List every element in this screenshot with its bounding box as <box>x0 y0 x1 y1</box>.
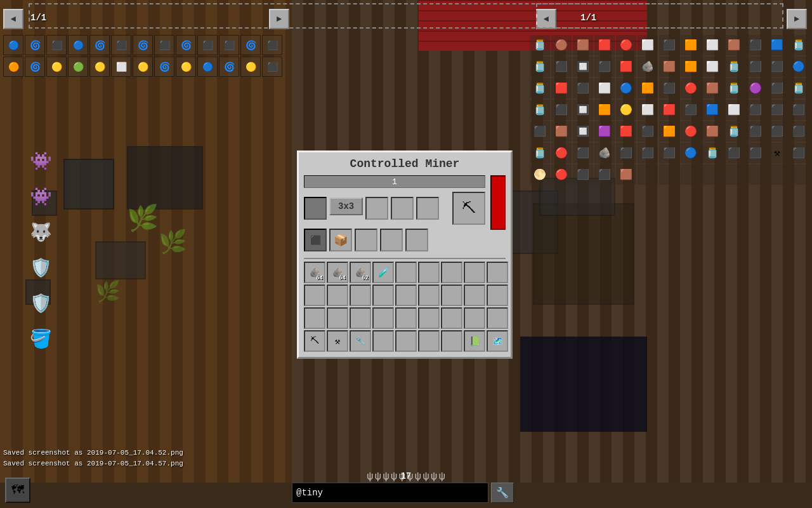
right-inv-slot[interactable]: 🟡 <box>616 100 636 120</box>
inv-slot[interactable]: 🔵 <box>68 35 88 55</box>
inv-cell[interactable] <box>327 284 348 306</box>
right-inv-slot[interactable]: ⬛ <box>767 57 787 77</box>
inv-cell[interactable]: 🪨 64 <box>304 262 325 283</box>
right-inv-slot[interactable]: 🟫 <box>573 35 593 55</box>
right-inv-slot[interactable] <box>767 164 787 185</box>
right-inv-slot[interactable]: 🟦 <box>767 35 787 55</box>
inv-cell[interactable]: 🪨 64 <box>327 262 348 283</box>
inv-slot[interactable]: 🔵 <box>3 35 23 55</box>
inv-cell[interactable] <box>487 284 508 306</box>
right-inv-slot[interactable]: 🟫 <box>702 78 723 98</box>
right-inv-slot[interactable]: 🫙 <box>530 143 550 163</box>
right-inv-slot[interactable]: 🫙 <box>724 121 744 142</box>
inv-slot[interactable]: ⬛ <box>219 35 239 55</box>
inv-cell[interactable] <box>350 284 371 306</box>
right-inv-slot[interactable]: ⬛ <box>745 143 766 163</box>
inv-slot[interactable]: 🟡 <box>240 57 261 77</box>
inv-slot[interactable]: 🌀 <box>133 35 153 55</box>
chat-input[interactable] <box>292 483 488 503</box>
inv-cell[interactable] <box>372 307 394 329</box>
nav-arrow-right[interactable]: ► <box>269 9 289 29</box>
right-inv-slot[interactable] <box>681 164 701 185</box>
hotbar-cell-9[interactable]: 🗺️ <box>487 330 508 352</box>
inv-cell[interactable] <box>304 307 325 329</box>
right-inv-slot[interactable]: 🫙 <box>789 78 809 98</box>
right-inv-slot[interactable]: 🫙 <box>530 78 550 98</box>
right-inv-slot[interactable]: 🟥 <box>659 100 679 120</box>
empty-slot-3[interactable] <box>416 197 439 220</box>
right-inv-slot[interactable]: 🌕 <box>530 164 550 185</box>
right-inv-slot[interactable]: ⬛ <box>594 57 615 77</box>
miner-slot-4[interactable] <box>380 229 403 251</box>
inv-cell[interactable] <box>304 284 325 306</box>
right-inv-slot[interactable]: 🔵 <box>681 143 701 163</box>
right-inv-slot[interactable]: 🟪 <box>594 121 615 142</box>
inv-slot[interactable]: ⬛ <box>262 35 282 55</box>
right-inv-slot[interactable] <box>745 164 766 185</box>
inv-slot[interactable]: 🌀 <box>176 35 196 55</box>
right-inv-slot[interactable]: 🟥 <box>616 57 636 77</box>
miner-slot-dark[interactable]: ⬛ <box>304 229 327 251</box>
right-inv-slot[interactable]: ⬛ <box>551 100 572 120</box>
right-inv-slot[interactable]: ⬛ <box>594 164 615 185</box>
right-inv-slot[interactable]: ⚒️ <box>767 143 787 163</box>
right-inv-slot[interactable]: ⬛ <box>745 121 766 142</box>
right-inv-slot[interactable]: 🪨 <box>594 143 615 163</box>
miner-slot-3[interactable] <box>355 229 377 251</box>
inv-cell[interactable] <box>441 284 462 306</box>
right-inv-slot[interactable]: ⬛ <box>659 78 679 98</box>
inv-slot[interactable]: 🌀 <box>25 57 45 77</box>
right-inv-slot[interactable]: 🪨 <box>638 57 658 77</box>
right-inv-slot[interactable]: 🟧 <box>659 121 679 142</box>
right-inv-slot[interactable]: ⬛ <box>789 100 809 120</box>
hotbar-cell-1[interactable]: ⛏ <box>304 330 325 352</box>
right-inv-slot[interactable]: 🟤 <box>551 35 572 55</box>
empty-slot-1[interactable] <box>365 197 388 220</box>
inv-slot[interactable]: ⬛ <box>197 35 218 55</box>
right-inv-slot[interactable]: 🔲 <box>573 100 593 120</box>
inv-cell[interactable] <box>487 307 508 329</box>
map-icon-button[interactable]: 🗺 <box>5 478 30 503</box>
inv-slot[interactable]: ⬛ <box>46 35 67 55</box>
inv-cell[interactable]: 🧪 <box>372 262 394 283</box>
inv-slot[interactable]: 🟠 <box>3 57 23 77</box>
empty-slot-2[interactable] <box>391 197 414 220</box>
inv-cell[interactable] <box>418 307 440 329</box>
inv-slot[interactable]: 🟡 <box>89 57 110 77</box>
tool-slot[interactable]: ⛏ <box>452 192 485 225</box>
right-inv-slot[interactable]: ⬛ <box>638 143 658 163</box>
right-inv-slot[interactable] <box>638 164 658 185</box>
nav-arrow-left[interactable]: ◄ <box>3 9 23 29</box>
inv-slot[interactable]: ⬛ <box>262 57 282 77</box>
right-inv-slot[interactable]: ⬛ <box>789 143 809 163</box>
inv-slot[interactable]: 🟢 <box>68 57 88 77</box>
right-inv-slot[interactable]: 🫙 <box>702 143 723 163</box>
hotbar-cell-2[interactable]: ⚒ <box>327 330 348 352</box>
right-inv-slot[interactable]: 🟦 <box>702 100 723 120</box>
inv-slot[interactable]: 🟡 <box>46 57 67 77</box>
right-inv-slot[interactable] <box>724 164 744 185</box>
right-inv-slot[interactable]: 🔴 <box>551 143 572 163</box>
hotbar-cell-8[interactable]: 📗 <box>464 330 485 352</box>
right-inv-slot[interactable]: ⬛ <box>659 35 679 55</box>
right-inv-slot[interactable]: ⬛ <box>530 121 550 142</box>
inv-cell[interactable] <box>372 284 394 306</box>
right-inv-slot[interactable]: ⬛ <box>745 57 766 77</box>
right-inv-slot[interactable]: ⬛ <box>573 164 593 185</box>
right-inv-slot[interactable]: 🟫 <box>551 121 572 142</box>
hotbar-cell-3[interactable]: 🔧 <box>350 330 371 352</box>
right-inv-slot[interactable]: 🔵 <box>789 57 809 77</box>
inv-slot[interactable]: 🌀 <box>25 35 45 55</box>
right-inv-slot[interactable]: ⬛ <box>616 143 636 163</box>
right-inv-slot[interactable]: 🟥 <box>616 121 636 142</box>
inv-cell[interactable] <box>441 262 462 283</box>
right-inv-slot[interactable]: 🟧 <box>681 35 701 55</box>
inv-cell[interactable] <box>464 262 485 283</box>
inv-cell[interactable] <box>441 307 462 329</box>
right-inv-slot[interactable]: ⬜ <box>594 78 615 98</box>
right-inv-slot[interactable]: ⬛ <box>681 100 701 120</box>
right-inv-slot[interactable]: ⬛ <box>638 121 658 142</box>
right-inv-slot[interactable]: ⬛ <box>767 78 787 98</box>
miner-slot-item[interactable]: 📦 <box>329 229 352 251</box>
right-inv-slot[interactable]: ⬛ <box>789 121 809 142</box>
